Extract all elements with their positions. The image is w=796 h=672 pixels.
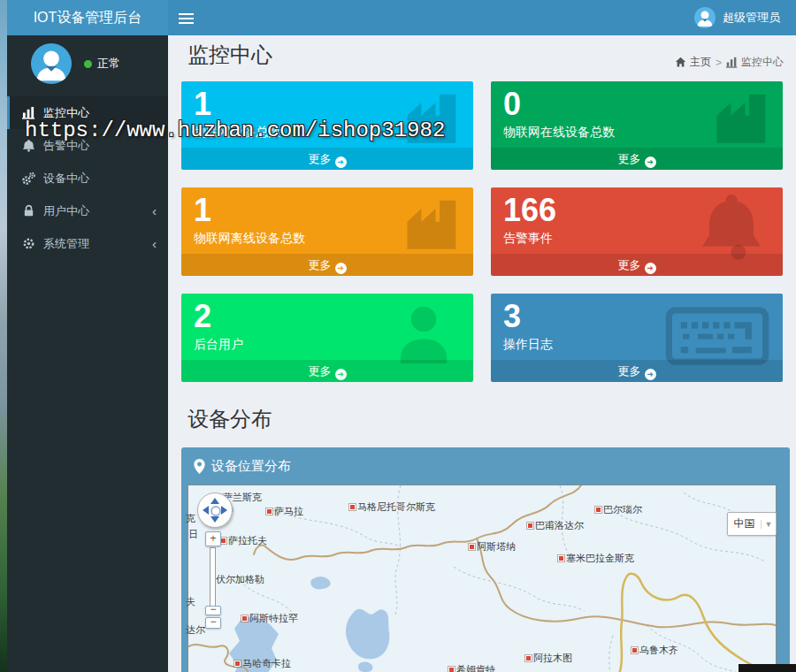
- status-label: 正常: [97, 56, 120, 72]
- map-zoom-out-button[interactable]: −: [205, 617, 221, 629]
- factory-icon: [401, 195, 464, 255]
- sidebar-item-user-center[interactable]: 用户中心 ‹: [7, 195, 168, 227]
- gears-icon: [19, 172, 37, 186]
- map-marker-icon: [527, 523, 533, 529]
- map-zoom-slider[interactable]: [210, 547, 216, 607]
- map-marker-icon: [595, 507, 601, 513]
- map-marker-icon: [469, 544, 475, 550]
- sidebar-item-monitor-center[interactable]: 监控中心: [7, 96, 168, 129]
- lock-icon: [19, 204, 37, 218]
- device-location-panel: 设备位置分布: [181, 447, 790, 672]
- map-pin-icon: [194, 459, 205, 474]
- bar-chart-icon: [19, 106, 37, 119]
- main-content: 监控中心 主页 > 监控中心 1 物联网设备总数 更多➜ 0: [168, 35, 796, 672]
- map-city-label: 马哈奇卡拉: [234, 657, 291, 670]
- map-marker-icon: [558, 555, 564, 561]
- more-link[interactable]: 更多➜: [491, 148, 783, 170]
- arrow-circle-icon: ➜: [335, 157, 347, 168]
- map-marker-icon: [234, 661, 241, 667]
- sidebar-user-panel: 正常: [7, 35, 168, 95]
- user-menu[interactable]: 超级管理员: [687, 0, 787, 35]
- map-marker-icon: [448, 667, 455, 672]
- status-badge: 正常: [84, 56, 120, 72]
- stat-card-alarm-events: 166 告警事件 更多➜: [491, 187, 783, 276]
- sidebar-item-label: 设备中心: [43, 162, 89, 195]
- map-city-label: 阿拉木图: [525, 652, 572, 665]
- bar-chart-icon: [726, 57, 738, 68]
- arrow-circle-icon: ➜: [335, 263, 347, 274]
- more-link[interactable]: 更多➜: [491, 254, 783, 276]
- map-region-selector[interactable]: 中国 ▼: [727, 512, 777, 536]
- sidebar-item-label: 告警中心: [43, 129, 89, 162]
- map-city-label: 夫: [186, 595, 195, 608]
- map-marker-icon: [631, 647, 638, 653]
- pan-right-icon: [221, 506, 227, 515]
- sidebar-item-device-center[interactable]: 设备中心: [7, 162, 168, 195]
- region-label: 中国: [728, 516, 761, 531]
- factory-icon: [401, 88, 464, 149]
- pan-down-icon: [210, 516, 219, 523]
- sidebar-menu: 监控中心 告警中心 设备中心 用户中心 ‹: [7, 96, 168, 260]
- map-city-label: 阿斯塔纳: [469, 540, 516, 554]
- map-city-label: 日: [188, 528, 198, 541]
- more-link[interactable]: 更多➜: [181, 148, 473, 170]
- arrow-circle-icon: ➜: [645, 369, 656, 380]
- home-icon: [675, 57, 686, 68]
- map-city-label: 马格尼托哥尔斯克: [349, 500, 435, 514]
- app-window: IOT设备管理后台 超级管理员 正常 监控中心: [0, 0, 796, 672]
- user-avatar: [694, 7, 716, 28]
- bell-icon: [19, 139, 37, 152]
- sidebar-item-label: 监控中心: [43, 96, 89, 129]
- chevron-left-icon: ‹: [152, 227, 157, 260]
- sidebar-toggle-icon[interactable]: [179, 11, 196, 25]
- sidebar-avatar: [31, 43, 72, 84]
- user-name: 超级管理员: [723, 10, 780, 26]
- more-link[interactable]: 更多➜: [181, 254, 473, 276]
- map-city-label: 萨马拉: [266, 505, 303, 518]
- more-link[interactable]: 更多➜: [181, 360, 473, 382]
- map-city-label: 乌鲁木齐: [631, 644, 678, 657]
- status-dot-icon: [84, 60, 92, 68]
- sidebar-item-label: 用户中心: [43, 195, 89, 227]
- sidebar-item-alarm-center[interactable]: 告警中心: [7, 129, 168, 162]
- stat-card-operation-logs: 3 操作日志 更多➜: [491, 294, 783, 382]
- stat-cards: 1 物联网设备总数 更多➜ 0 物联网在线设备总数 更多➜ 1 物联网离线设备总…: [181, 81, 783, 382]
- breadcrumb: 主页 > 监控中心: [675, 55, 784, 70]
- map-city-label: 阿斯特拉罕: [241, 612, 298, 625]
- map-zoom-in-button[interactable]: +: [205, 531, 221, 546]
- app-logo[interactable]: IOT设备管理后台: [7, 0, 168, 35]
- map-marker-icon: [220, 538, 226, 544]
- map-zoom-handle[interactable]: −: [205, 606, 221, 615]
- stat-card-device-offline: 1 物联网离线设备总数 更多➜: [181, 187, 473, 276]
- top-navbar: 超级管理员: [168, 0, 796, 35]
- factory-icon: [710, 88, 774, 149]
- breadcrumb-current: 监控中心: [726, 55, 784, 70]
- breadcrumb-home[interactable]: 主页: [675, 55, 711, 70]
- sidebar-item-system-settings[interactable]: 系统管理 ‹: [7, 227, 168, 260]
- gear-icon: [19, 237, 37, 250]
- sidebar: 正常 监控中心 告警中心 设备中心: [7, 35, 168, 672]
- arrow-circle-icon: ➜: [645, 263, 656, 274]
- pan-up-icon: [210, 498, 219, 504]
- map-city-label: 塞米巴拉金斯克: [558, 552, 634, 565]
- map-city-label: 巴尔瑙尔: [595, 503, 642, 516]
- map-city-label: 萨拉托夫: [220, 534, 267, 547]
- map-marker-icon: [349, 504, 356, 510]
- map-city-label: 达尔: [186, 623, 205, 637]
- map-marker-icon: [241, 615, 248, 622]
- map-canvas[interactable]: 萨兰斯克萨萨马拉马格尼托哥尔斯克巴尔瑙尔萨拉托夫巴甫洛达尔阿斯塔纳塞米巴拉金斯克…: [188, 485, 777, 672]
- caret-down-icon: ▼: [761, 520, 776, 529]
- more-link[interactable]: 更多➜: [491, 360, 783, 382]
- arrow-circle-icon: ➜: [335, 369, 347, 380]
- map-city-label: 克: [186, 512, 195, 525]
- section-title: 设备分布: [188, 405, 796, 433]
- map-pan-control[interactable]: [197, 493, 233, 528]
- panel-title: 设备位置分布: [211, 458, 291, 475]
- pan-center-icon: [210, 506, 221, 516]
- map-copyright-bar: [739, 664, 796, 672]
- stat-card-device-online: 0 物联网在线设备总数 更多➜: [491, 81, 783, 170]
- map-city-label: 巴甫洛达尔: [527, 519, 584, 532]
- stat-card-admin-users: 2 后台用户 更多➜: [181, 294, 473, 382]
- map-city-label: 伏尔加格勒: [216, 573, 264, 586]
- pan-left-icon: [203, 506, 209, 515]
